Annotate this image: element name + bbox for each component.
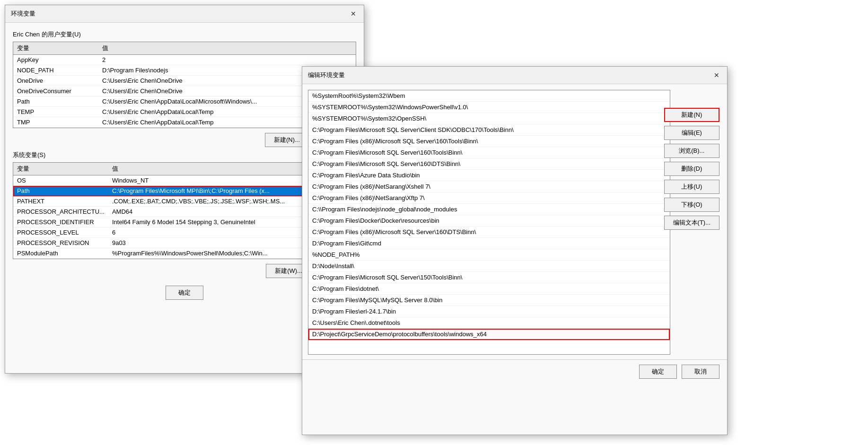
path-list-item[interactable]: C:\Program Files\MySQL\MySQL Server 8.0\… xyxy=(308,295,670,306)
path-list-item[interactable]: D:\Node\Install\ xyxy=(308,261,670,272)
edit-new-button[interactable]: 新建(N) xyxy=(664,108,719,122)
edit-browse-button[interactable]: 浏览(B)... xyxy=(664,144,719,158)
path-list-item[interactable]: C:\Program Files\Docker\Docker\resources… xyxy=(308,215,670,227)
system-var-cell: Path xyxy=(13,186,108,196)
user-var-cell: Path xyxy=(13,96,98,107)
path-list-item[interactable]: C:\Program Files\dotnet\ xyxy=(308,283,670,295)
system-var-cell: PATHEXT xyxy=(13,196,108,207)
path-list-item[interactable]: C:\Program Files\Microsoft SQL Server\Cl… xyxy=(308,124,670,136)
path-list-item[interactable]: %NODE_PATH% xyxy=(308,249,670,261)
edit-edit-text-button[interactable]: 编辑文本(T)... xyxy=(664,216,719,230)
edit-env-cancel-button[interactable]: 取消 xyxy=(682,365,719,379)
edit-edit-button[interactable]: 编辑(E) xyxy=(664,126,719,140)
system-var-cell: OS xyxy=(13,175,108,186)
user-var-cell: OneDriveConsumer xyxy=(13,86,98,96)
path-list-item[interactable]: C:\Program Files (x86)\Microsoft SQL Ser… xyxy=(308,227,670,238)
right-buttons-panel: 新建(N) 编辑(E) 浏览(B)... 删除(D) 上移(U) 下移(O) 编… xyxy=(664,108,719,230)
edit-env-ok-button[interactable]: 确定 xyxy=(639,365,677,379)
system-var-cell: PROCESSOR_IDENTIFIER xyxy=(13,217,108,227)
system-var-cell: PROCESSOR_LEVEL xyxy=(13,227,108,238)
user-table-row[interactable]: AppKey2 xyxy=(13,55,356,65)
path-list-item[interactable]: C:\\Program Files\nodejs\node_global\nod… xyxy=(308,204,670,215)
env-vars-ok-button[interactable]: 确定 xyxy=(166,286,203,300)
path-list-item[interactable]: C:\Program Files\Microsoft SQL Server\16… xyxy=(308,147,670,158)
path-list-item[interactable]: %SYSTEMROOT%\System32\WindowsPowerShell\… xyxy=(308,102,670,113)
system-var-cell: PROCESSOR_ARCHITECTU... xyxy=(13,207,108,217)
path-list-item[interactable]: D:\Project\GrpcServiceDemo\protocolbuffe… xyxy=(308,329,670,340)
user-col-val: 值 xyxy=(98,42,356,55)
system-var-cell: PROCESSOR_REVISION xyxy=(13,238,108,248)
user-col-var: 变量 xyxy=(13,42,98,55)
edit-env-close-button[interactable]: ✕ xyxy=(712,70,721,80)
path-list-item[interactable]: D:\Program Files\erl-24.1.7\bin xyxy=(308,306,670,317)
edit-delete-button[interactable]: 删除(D) xyxy=(664,162,719,176)
path-list-item[interactable]: C:\Program Files (x86)\NetSarang\Xshell … xyxy=(308,181,670,192)
user-var-cell: TMP xyxy=(13,117,98,128)
env-vars-title: 环境变量 xyxy=(11,9,35,18)
path-list-item[interactable]: C:\Program Files\Microsoft SQL Server\15… xyxy=(308,272,670,283)
edit-env-bottom-buttons: 确定 取消 xyxy=(302,359,727,384)
path-list-item[interactable]: %SYSTEMROOT%\System32\OpenSSH\ xyxy=(308,113,670,124)
user-var-cell: TEMP xyxy=(13,107,98,117)
env-vars-titlebar: 环境变量 ✕ xyxy=(5,5,364,23)
path-list-item[interactable]: C:\Program Files (x86)\Microsoft SQL Ser… xyxy=(308,136,670,147)
edit-move-down-button[interactable]: 下移(O) xyxy=(664,198,719,212)
edit-env-titlebar: 编辑环境变量 ✕ xyxy=(302,67,727,84)
path-list-item[interactable]: C:\Users\Eric Chen\.dotnet\tools xyxy=(308,317,670,329)
path-list-item[interactable]: C:\Program Files\Microsoft SQL Server\16… xyxy=(308,158,670,170)
edit-env-dialog: 编辑环境变量 ✕ %SystemRoot%\System32\Wbem%SYST… xyxy=(302,66,728,435)
env-vars-close-button[interactable]: ✕ xyxy=(349,9,358,18)
edit-env-body: %SystemRoot%\System32\Wbem%SYSTEMROOT%\S… xyxy=(302,84,727,355)
system-var-cell: PSModulePath xyxy=(13,248,108,259)
user-var-cell: NODE_PATH xyxy=(13,65,98,76)
system-col-var: 变量 xyxy=(13,163,108,175)
edit-path-list: %SystemRoot%\System32\Wbem%SYSTEMROOT%\S… xyxy=(308,90,670,355)
path-list-item[interactable]: D:\Program Files\Git\cmd xyxy=(308,238,670,249)
path-list-item[interactable]: %SystemRoot%\System32\Wbem xyxy=(308,90,670,102)
user-val-cell: 2 xyxy=(98,55,356,65)
path-list-item[interactable]: C:\Program Files\Azure Data Studio\bin xyxy=(308,170,670,181)
edit-env-title: 编辑环境变量 xyxy=(308,71,345,79)
path-list-item[interactable]: C:\Program Files (x86)\NetSarang\Xftp 7\ xyxy=(308,192,670,204)
edit-move-up-button[interactable]: 上移(U) xyxy=(664,180,719,194)
user-var-cell: OneDrive xyxy=(13,76,98,86)
user-section-label: Eric Chen 的用户变量(U) xyxy=(13,30,356,39)
user-var-cell: AppKey xyxy=(13,55,98,65)
